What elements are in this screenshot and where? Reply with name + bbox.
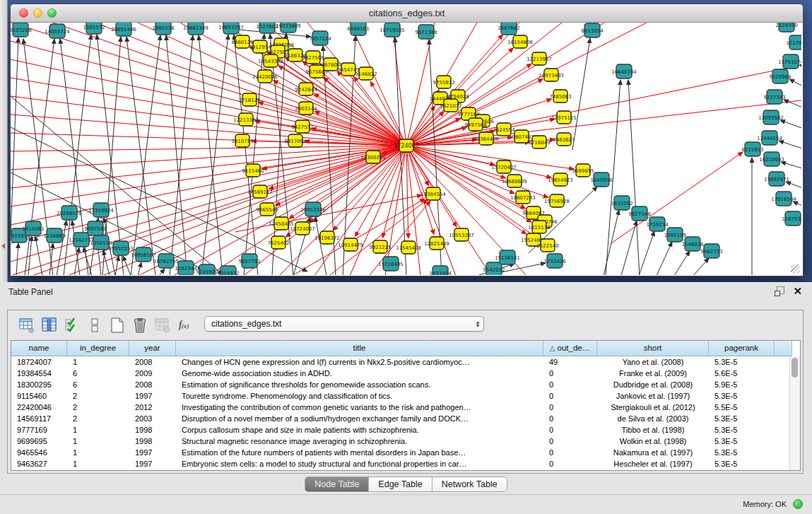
table-cell: 1997 (129, 447, 176, 458)
column-header[interactable]: title (176, 341, 543, 356)
table-row[interactable]: 977716911998Corpus callosum shape and si… (11, 424, 800, 436)
table-row[interactable]: 911546021997Tourette syndrome. Phenomeno… (11, 390, 800, 402)
table-cell: 9115460 (11, 390, 67, 402)
column-header[interactable]: △out_de… (543, 341, 597, 356)
table-row[interactable]: 1872400712008Changes of HCN gene express… (11, 356, 800, 368)
float-panel-icon[interactable] (775, 286, 784, 296)
column-header[interactable]: year (129, 341, 176, 356)
graph-node-label: 1621072 (440, 103, 461, 109)
graph-node-label: 9827348 (628, 211, 650, 217)
citation-edge-black (115, 256, 119, 275)
svg-text:⚙: ⚙ (28, 326, 35, 334)
citation-edge-black (11, 173, 203, 269)
column-header[interactable]: pagerank (709, 341, 775, 356)
import-table-icon (153, 316, 172, 334)
table-cell: 9465546 (11, 447, 67, 458)
table-cell: Yano et al. (2008) (597, 356, 709, 368)
citation-edge-red (350, 23, 406, 146)
citation-edge-red (11, 146, 406, 188)
citation-edge-black (35, 236, 42, 275)
graph-node-label: 14055724 (45, 29, 70, 35)
graph-node-label: 1527602 (256, 24, 278, 30)
tab-edge-table[interactable]: Edge Table (369, 477, 432, 491)
select-attributes-icon[interactable] (63, 316, 81, 334)
tab-node-table[interactable]: Node Table (305, 477, 369, 491)
collapsed-control-panel-strip[interactable] (0, 0, 8, 282)
graph-node-label: 3624554 (493, 127, 515, 133)
graph-node-label: 16154808 (507, 40, 533, 45)
table-row[interactable]: 2242004622012Investigating the contribut… (11, 402, 800, 413)
citation-edge-black (126, 37, 155, 275)
graph-node-label: 1156869 (43, 233, 65, 239)
table-row[interactable]: 969969511998Structural magnetic resonanc… (11, 436, 800, 447)
graph-node-label: 20691406 (111, 27, 136, 33)
column-header[interactable]: name (11, 341, 67, 356)
table-row[interactable]: 1938455462009Genome-wide association stu… (11, 368, 800, 379)
delete-table-icon[interactable] (131, 316, 149, 334)
column-header[interactable]: in_degree (67, 341, 129, 356)
table-panel-box: ⚙ f(x) citations_edges.txt (7, 310, 804, 474)
table-cell: 5.3E-5 (709, 356, 775, 368)
table-cell: 9777169 (11, 424, 67, 436)
table-selector-dropdown[interactable]: citations_edges.txt ▲▼ (204, 316, 484, 332)
graph-node-label: 12825449 (424, 241, 449, 247)
create-table-icon[interactable] (108, 316, 126, 334)
table-row[interactable]: 1830029562008Estimation of significance … (11, 379, 800, 390)
network-window-titlebar[interactable]: citations_edges.txt (11, 4, 803, 23)
graph-node-label: 9242844 (295, 87, 317, 93)
zoom-button[interactable] (47, 8, 57, 18)
tab-network-table[interactable]: Network Table (433, 477, 507, 491)
network-view-window[interactable]: citations_edges.txt 81032081405572413055… (10, 4, 804, 276)
graph-node-label: 1724007 (394, 143, 419, 149)
table-cell: 5.6E-5 (709, 368, 775, 379)
table-settings-icon[interactable]: ⚙ (18, 316, 36, 334)
panel-expand-arrow-icon[interactable] (1, 243, 5, 249)
table-row[interactable]: 946554611997Estimation of the future num… (11, 447, 800, 458)
graph-node-label: 9427552 (291, 124, 313, 130)
graph-node-label: 2522540 (536, 243, 558, 249)
node-table[interactable]: namein_degreeyeartitle△out_de…shortpager… (11, 340, 801, 471)
table-cell: 5.3E-5 (709, 436, 775, 447)
citation-edge-black (779, 141, 801, 156)
window-resize-grip[interactable] (791, 264, 800, 274)
graph-node-label: 18807243 (510, 195, 536, 201)
citation-edge-black (201, 35, 228, 275)
show-column-icon[interactable] (40, 316, 59, 334)
application-desktop: citations_edges.txt 81032081405572413055… (0, 0, 812, 282)
network-canvas[interactable]: 8103208140557241305572206914061985336198… (11, 23, 801, 275)
close-panel-icon[interactable]: ✕ (793, 286, 802, 296)
memory-status-label: Memory: OK (743, 500, 787, 508)
table-cell: 5.3E-5 (709, 390, 775, 402)
graph-node-label: 1631092 (611, 201, 632, 206)
minimize-button[interactable] (33, 8, 42, 18)
table-row[interactable]: 1456911722003Disruption of a novel membe… (11, 413, 800, 424)
table-cell: 2 (67, 402, 129, 413)
row-height-icon[interactable] (86, 316, 104, 334)
function-builder-icon[interactable]: f(x) (179, 320, 189, 331)
table-cell: 0 (543, 458, 597, 469)
column-header[interactable] (775, 341, 792, 356)
table-cell: 2008 (129, 356, 176, 368)
column-header[interactable]: short (597, 341, 709, 356)
table-cell: 2009 (129, 368, 176, 379)
graph-node-label: 6466161 (347, 26, 369, 32)
graph-node-label: 1985336 (152, 25, 175, 31)
graph-node-label: 17957253 (108, 246, 134, 252)
graph-node-label: 8813054 (581, 28, 604, 34)
table-cell: 6 (67, 379, 129, 390)
table-vertical-scrollbar[interactable] (789, 356, 800, 470)
citation-edge-black (131, 35, 160, 275)
table-cell: Corpus callosum shape and size in male p… (176, 424, 543, 436)
close-button[interactable] (19, 8, 28, 18)
graph-node-label: 12213383 (233, 117, 259, 123)
table-cell: Wolkin et al. (1998) (597, 436, 709, 447)
table-row[interactable]: 946362711997Embryonic stem cells: a mode… (11, 458, 800, 469)
graph-node-label: 12213967 (526, 57, 552, 62)
graph-node-label: 12444154 (757, 136, 782, 141)
scrollbar-thumb[interactable] (792, 358, 798, 378)
table-cell: 0 (543, 368, 597, 379)
graph-node-label: 9463627 (553, 137, 575, 143)
graph-node-label: 1092199 (664, 233, 686, 238)
memory-status-indicator[interactable] (793, 499, 803, 509)
table-cell: 0 (543, 390, 597, 402)
